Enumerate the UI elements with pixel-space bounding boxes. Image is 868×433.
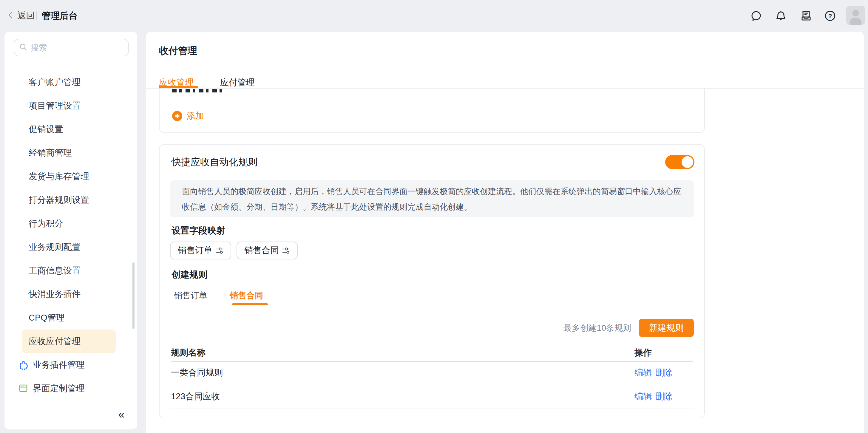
bell-icon[interactable]	[774, 9, 787, 22]
mapping-icon	[215, 247, 223, 255]
add-label: 添加	[187, 110, 204, 122]
sidebar-item-promotion-settings[interactable]: 促销设置	[4, 118, 137, 141]
rule-name-cell: 123合同应收	[171, 392, 220, 401]
table-row: 一类合同规则 编辑 删除	[160, 368, 704, 377]
sidebar-item-shipping-inventory[interactable]: 发货与库存管理	[4, 165, 137, 188]
table-header-separator	[171, 361, 693, 362]
app-title: 管理后台	[42, 0, 78, 32]
description-box: 面向销售人员的极简应收创建，启用后，销售人员可在合同界面一键触发极简的应收创建流…	[170, 180, 694, 217]
sidebar-item-receivables-payables[interactable]: 应收应付管理	[4, 330, 137, 353]
description-text: 面向销售人员的极简应收创建，启用后，销售人员可在合同界面一键触发极简的应收创建流…	[182, 184, 682, 215]
sidebar: 客户账户管理 项目管理设置 促销设置 经销商管理 发货与库存管理 打分器规则设置…	[4, 32, 137, 429]
rule-tabs-divider	[171, 305, 693, 305]
topbar: 返回 管理后台 ?	[0, 0, 868, 32]
topbar-divider	[36, 11, 37, 20]
sidebar-item-business-rules[interactable]: 业务规则配置	[4, 235, 137, 259]
edit-link[interactable]: 编辑	[634, 392, 652, 401]
rule-entity-tabs: 销售订单 销售合同	[174, 290, 263, 301]
sidebar-item-business-info[interactable]: 工商信息设置	[4, 259, 137, 282]
row-separator	[171, 385, 693, 385]
add-button[interactable]: 添加	[172, 111, 204, 121]
tab-payable-management[interactable]: 应付管理	[220, 76, 255, 88]
chat-icon[interactable]	[750, 9, 763, 22]
mapping-button-sales-order[interactable]: 销售订单	[170, 242, 231, 259]
content-scroll-area: 添加 快捷应收自动化规则 面向销售人员的极简应收创建，启用后，销售人员可在合同界…	[146, 89, 864, 433]
help-icon[interactable]: ?	[824, 9, 837, 22]
sidebar-nav: 客户账户管理 项目管理设置 促销设置 经销商管理 发货与库存管理 打分器规则设置…	[4, 70, 137, 400]
sidebar-item-project-settings[interactable]: 项目管理设置	[4, 94, 137, 118]
create-rules-heading: 创建规则	[172, 269, 207, 280]
inbox-icon[interactable]	[799, 9, 812, 22]
rule-name-cell: 一类合同规则	[171, 368, 223, 377]
page-title: 收付管理	[159, 44, 197, 57]
rules-table-header: 规则名称 操作	[160, 348, 704, 357]
avatar[interactable]	[846, 6, 865, 25]
table-row: 123合同应收 编辑 删除	[160, 392, 704, 401]
sidebar-item-cpq[interactable]: CPQ管理	[4, 306, 137, 330]
sidebar-item-ui-customization[interactable]: 界面定制管理	[4, 377, 137, 400]
collapse-sidebar-button[interactable]: «	[113, 406, 130, 423]
sidebar-item-dealer-management[interactable]: 经销商管理	[4, 141, 137, 165]
field-mapping-heading: 设置字段映射	[172, 225, 225, 236]
window-icon	[18, 383, 28, 393]
rule-tab-sales-contract[interactable]: 销售合同	[230, 290, 263, 301]
search-input[interactable]	[30, 43, 123, 53]
delete-link[interactable]: 删除	[655, 392, 673, 401]
sidebar-item-behavior-points[interactable]: 行为积分	[4, 212, 137, 235]
main-panel: 收付管理 应收管理 应付管理 添加 快捷应收自动化规则 面向销售人员的极简应收创…	[146, 32, 864, 433]
search-icon	[19, 43, 27, 53]
plus-circle-icon	[172, 111, 182, 121]
sidebar-item-scorer-rules[interactable]: 打分器规则设置	[4, 188, 137, 212]
svg-text:?: ?	[828, 12, 832, 20]
clipped-settings-card: 添加	[159, 89, 705, 133]
row-separator	[171, 408, 693, 409]
column-header-actions: 操作	[634, 348, 652, 357]
rule-limit-hint: 最多创建10条规则	[563, 322, 631, 334]
rules-toggle[interactable]	[665, 155, 694, 169]
back-label: 返回	[17, 10, 35, 22]
sidebar-item-customer-accounts[interactable]: 客户账户管理	[4, 70, 137, 94]
mapping-buttons: 销售订单 销售合同	[170, 242, 298, 259]
quick-receivable-rules-card: 快捷应收自动化规则 面向销售人员的极简应收创建，启用后，销售人员可在合同界面一键…	[159, 144, 705, 419]
rules-meta-row: 最多创建10条规则 新建规则	[563, 319, 694, 337]
clipped-card-title-fragment	[172, 89, 226, 92]
column-header-rule-name: 规则名称	[171, 348, 206, 357]
delete-link[interactable]: 删除	[655, 368, 673, 377]
sidebar-scrollbar[interactable]	[132, 262, 134, 329]
rule-tab-sales-order[interactable]: 销售订单	[174, 290, 207, 301]
search-box	[14, 39, 129, 56]
puzzle-icon	[18, 360, 28, 370]
new-rule-button[interactable]: 新建规则	[639, 319, 694, 337]
edit-link[interactable]: 编辑	[634, 368, 652, 377]
rules-card-title: 快捷应收自动化规则	[172, 156, 257, 168]
chevron-left-icon	[6, 11, 15, 21]
sidebar-item-plugin-management[interactable]: 业务插件管理	[4, 353, 137, 377]
mapping-button-sales-contract[interactable]: 销售合同	[237, 242, 298, 259]
active-tab-underline	[159, 86, 198, 88]
sidebar-item-fmcg-plugin[interactable]: 快消业务插件	[4, 282, 137, 306]
back-button[interactable]: 返回	[6, 0, 35, 32]
mapping-icon	[282, 247, 290, 255]
